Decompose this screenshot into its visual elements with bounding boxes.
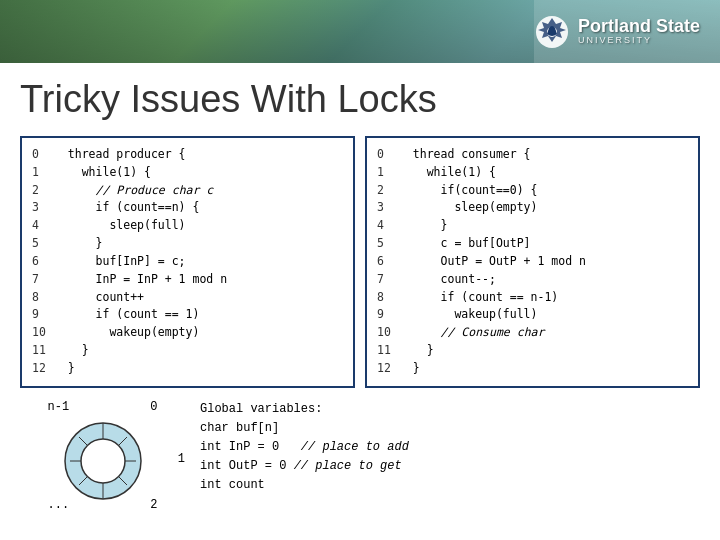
ring-label-1-container: 1 xyxy=(75,452,185,466)
ring-labels-top: n-1 0 xyxy=(48,400,158,414)
ring-label-dots: ... xyxy=(48,498,70,512)
ring-label-2: 2 xyxy=(150,498,157,512)
ring-side-labels: ... 2 xyxy=(48,498,158,512)
global-line-4: int OutP = 0 // place to get xyxy=(200,457,409,476)
main-content: Tricky Issues With Locks 0 thread produc… xyxy=(0,63,720,540)
university-name: Portland State xyxy=(578,17,700,37)
code-panels: 0 thread producer {1 while(1) {2 // Prod… xyxy=(20,136,700,388)
bottom-area: n-1 0 ... 2 xyxy=(20,400,700,496)
page-title: Tricky Issues With Locks xyxy=(20,78,700,121)
global-line-1: Global variables: xyxy=(200,400,409,419)
header-logo-area: Portland State UNIVERSITY xyxy=(534,0,720,63)
global-line-3: int InP = 0 // place to add xyxy=(200,438,409,457)
psu-logo: Portland State UNIVERSITY xyxy=(534,14,700,50)
producer-code-panel: 0 thread producer {1 while(1) {2 // Prod… xyxy=(20,136,355,388)
consumer-code: 0 thread consumer {1 while(1) {2 if(coun… xyxy=(377,146,688,378)
university-subtitle: UNIVERSITY xyxy=(578,36,700,46)
ring-label-n1: n-1 xyxy=(48,400,70,414)
global-line-2: char buf[n] xyxy=(200,419,409,438)
global-line-5: int count xyxy=(200,476,409,495)
psu-icon xyxy=(534,14,570,50)
producer-code: 0 thread producer {1 while(1) {2 // Prod… xyxy=(32,146,343,378)
university-name-text: Portland State UNIVERSITY xyxy=(578,17,700,47)
consumer-code-panel: 0 thread consumer {1 while(1) {2 if(coun… xyxy=(365,136,700,388)
ring-label-1: 1 xyxy=(178,452,185,466)
global-vars: Global variables: char buf[n] int InP = … xyxy=(200,400,409,496)
ring-diagram: n-1 0 ... 2 xyxy=(20,400,185,466)
ring-label-0: 0 xyxy=(150,400,157,414)
